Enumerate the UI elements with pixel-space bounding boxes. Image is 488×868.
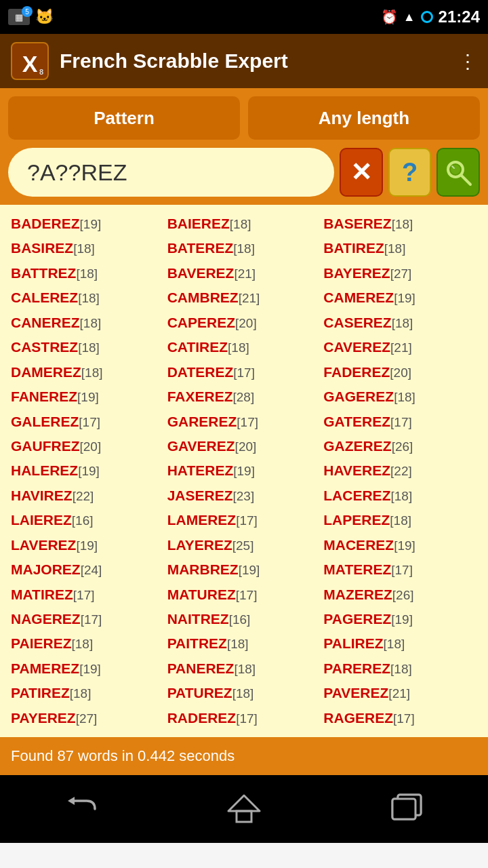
list-item: PATUREZ[18] — [166, 681, 323, 705]
list-item: MATIREZ[17] — [9, 583, 166, 607]
list-item: BATEREZ[18] — [166, 236, 323, 260]
recent-icon — [390, 792, 424, 826]
status-text: Found 87 words in 0.442 seconds — [11, 747, 235, 765]
list-item: CAMBREZ[21] — [166, 285, 323, 310]
list-item: NAITREZ[16] — [166, 607, 323, 631]
list-item: PAREREZ[18] — [322, 656, 479, 681]
list-item: FANEREZ[19] — [9, 384, 166, 409]
search-button[interactable] — [436, 148, 480, 197]
list-item: LAYEREZ[25] — [166, 533, 323, 557]
list-item: CATIREZ[18] — [166, 335, 323, 359]
list-item: GAZEREZ[26] — [322, 434, 479, 458]
results-grid: BADEREZ[19]BAIEREZ[18]BASEREZ[18]BASIREZ… — [9, 212, 479, 730]
list-item: BASEREZ[18] — [322, 212, 479, 236]
list-item: FADEREZ[20] — [322, 360, 479, 384]
list-item: MACEREZ[19] — [322, 533, 479, 557]
list-item: MATUREZ[17] — [166, 583, 323, 607]
list-item: JASEREZ[23] — [166, 484, 323, 508]
list-item: GALEREZ[17] — [9, 410, 166, 434]
search-icon — [443, 157, 473, 187]
app-title: French Scrabble Expert — [60, 50, 458, 73]
main-container: Pattern Any length ✕ ? — [0, 88, 488, 205]
list-item: BAVEREZ[21] — [166, 261, 323, 285]
app-icon-2: 🐱 — [35, 8, 54, 26]
pattern-button-label: Pattern — [94, 108, 155, 129]
svg-line-1 — [462, 176, 470, 184]
list-item: GATEREZ[17] — [322, 410, 479, 434]
list-item: CALEREZ[18] — [9, 285, 166, 310]
svg-rect-5 — [237, 811, 251, 822]
list-item: CAVEREZ[21] — [322, 335, 479, 359]
list-item: PAYEREZ[27] — [9, 706, 166, 730]
list-item: HATEREZ[19] — [166, 458, 323, 483]
back-icon — [61, 795, 102, 823]
logo-letter: X — [22, 51, 38, 77]
list-item: MAJOREZ[24] — [9, 557, 166, 582]
list-item: BASIREZ[18] — [9, 236, 166, 260]
list-item: MARBREZ[19] — [166, 557, 323, 582]
list-item: LACEREZ[18] — [322, 484, 479, 508]
length-button-label: Any length — [319, 108, 409, 129]
list-item: PAGEREZ[19] — [322, 607, 479, 631]
list-item: BAYEREZ[27] — [322, 261, 479, 285]
time-display: 21:24 — [439, 7, 480, 26]
home-icon — [227, 792, 261, 826]
list-item: PAMEREZ[19] — [9, 656, 166, 681]
list-item: BAIEREZ[18] — [166, 212, 323, 236]
list-item: RADEREZ[17] — [166, 706, 323, 730]
help-button[interactable]: ? — [388, 148, 432, 197]
list-item: RAGEREZ[17] — [322, 706, 479, 730]
list-item: PATIREZ[18] — [9, 681, 166, 705]
signal-icon: ▲ — [403, 10, 415, 24]
list-item: HALEREZ[19] — [9, 458, 166, 483]
nav-bar — [0, 775, 488, 843]
pattern-button[interactable]: Pattern — [8, 96, 240, 140]
list-item: FAXEREZ[28] — [166, 384, 323, 409]
list-item: BADEREZ[19] — [9, 212, 166, 236]
list-item: GAGEREZ[18] — [322, 384, 479, 409]
list-item: DATEREZ[17] — [166, 360, 323, 384]
status-bar: ▦ 5 🐱 ⏰ ▲ 21:24 — [0, 0, 488, 34]
notification-icon: ▦ 5 — [8, 9, 30, 25]
list-item: LAVEREZ[19] — [9, 533, 166, 557]
list-item: LAPEREZ[18] — [322, 508, 479, 532]
list-item: PAVEREZ[21] — [322, 681, 479, 705]
alarm-icon: ⏰ — [381, 9, 398, 25]
list-item: LAMEREZ[17] — [166, 508, 323, 532]
list-item: GAREREZ[17] — [166, 410, 323, 434]
home-button[interactable] — [217, 789, 271, 829]
notification-badge: 5 — [22, 6, 33, 17]
logo-sub: 8 — [39, 68, 43, 76]
clear-button[interactable]: ✕ — [340, 148, 383, 197]
menu-button[interactable]: ⋮ — [458, 50, 477, 73]
svg-rect-9 — [392, 799, 415, 819]
list-item: MAZEREZ[26] — [322, 583, 479, 607]
list-item: PALIREZ[18] — [322, 631, 479, 656]
recent-button[interactable] — [380, 789, 434, 829]
list-item: PAITREZ[18] — [166, 631, 323, 656]
length-button[interactable]: Any length — [248, 96, 480, 140]
list-item: GAVEREZ[20] — [166, 434, 323, 458]
list-item: NAGEREZ[17] — [9, 607, 166, 631]
clear-icon: ✕ — [350, 157, 372, 187]
results-container: BADEREZ[19]BAIEREZ[18]BASEREZ[18]BASIREZ… — [0, 205, 488, 737]
svg-marker-4 — [228, 795, 260, 811]
list-item: MATEREZ[17] — [322, 557, 479, 582]
app-header: X 8 French Scrabble Expert ⋮ — [0, 34, 488, 88]
list-item: CASEREZ[18] — [322, 311, 479, 335]
list-item: PAIEREZ[18] — [9, 631, 166, 656]
list-item: CANEREZ[18] — [9, 311, 166, 335]
data-icon — [421, 11, 433, 23]
list-item: CASTREZ[18] — [9, 335, 166, 359]
help-icon: ? — [402, 158, 418, 187]
list-item: HAVIREZ[22] — [9, 484, 166, 508]
list-item: DAMEREZ[18] — [9, 360, 166, 384]
list-item: CAMEREZ[19] — [322, 285, 479, 310]
pattern-input[interactable] — [8, 148, 334, 197]
list-item: LAIEREZ[16] — [9, 508, 166, 532]
app-logo: X 8 — [11, 42, 49, 80]
list-item: BATIREZ[18] — [322, 236, 479, 260]
status-bar-left: ▦ 5 🐱 — [8, 8, 54, 26]
back-button[interactable] — [54, 789, 108, 829]
list-item: CAPEREZ[20] — [166, 311, 323, 335]
